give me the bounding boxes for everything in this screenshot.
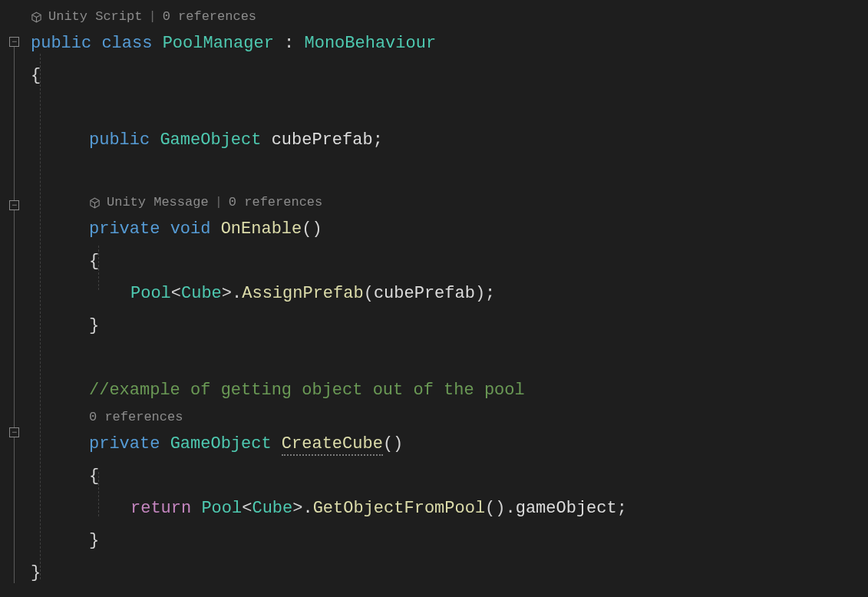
type-monobehaviour: MonoBehaviour [304,34,436,53]
type-gameobject: GameObject [170,434,272,454]
keyword-private: private [89,434,160,454]
brace-open: { [31,66,41,85]
type-pool: Pool [130,284,171,303]
gutter: − − − [0,0,31,597]
code-line[interactable]: { [31,60,868,92]
code-line[interactable]: return Pool<Cube>.GetObjectFromPool().ga… [31,493,868,525]
codelens-separator: | [215,192,223,213]
fold-toggle-onenable[interactable]: − [9,200,19,210]
type-pool: Pool [201,499,242,518]
type-poolmanager: PoolManager [163,34,274,53]
outline-class [14,47,15,583]
codelens-class[interactable]: Unity Script | 0 references [31,6,868,28]
brace-close: } [31,563,41,582]
codelens-createcube[interactable]: 0 references [31,407,868,428]
code-line-blank[interactable] [31,342,868,374]
method-assignprefab: AssignPrefab [242,284,363,303]
code-line-blank[interactable] [31,92,868,124]
keyword-return: return [130,499,191,518]
unity-icon [89,196,101,209]
brace-close: } [89,316,99,335]
code-line[interactable]: } [31,525,868,557]
codelens-onenable-label: Unity Message [107,192,209,213]
code-line[interactable]: public class PoolManager : MonoBehaviour [31,28,868,60]
code-line[interactable]: } [31,310,868,342]
codelens-separator: | [148,6,156,28]
brace-close: } [89,531,99,550]
fold-toggle-createcube[interactable]: − [9,427,19,437]
code-line[interactable]: public GameObject cubePrefab; [31,124,868,157]
type-gameobject: GameObject [160,130,261,150]
codelens-createcube-refs: 0 references [89,407,183,428]
codelens-onenable-refs: 0 references [229,192,322,213]
keyword-private: private [89,219,160,239]
codelens-class-refs: 0 references [163,6,256,28]
type-cube: Cube [252,499,292,518]
code-area[interactable]: Unity Script | 0 references public class… [31,0,868,597]
property-gameobject: gameObject [516,499,617,518]
keyword-public: public [31,34,91,53]
method-createcube: CreateCube [282,434,383,456]
code-line[interactable]: Pool<Cube>.AssignPrefab(cubePrefab); [31,278,868,310]
fold-toggle-class[interactable]: − [9,37,19,47]
code-editor: − − − Unity Script | 0 references public… [0,0,868,597]
unity-icon [31,11,42,24]
code-line[interactable]: { [31,460,868,493]
codelens-class-label: Unity Script [48,6,142,28]
comment: //example of getting object out of the p… [89,381,525,400]
code-line[interactable]: private GameObject CreateCube() [31,428,868,460]
method-onenable: OnEnable [221,219,302,239]
code-line[interactable]: //example of getting object out of the p… [31,374,868,407]
keyword-void: void [170,219,211,239]
code-line[interactable]: } [31,557,868,589]
code-line[interactable]: { [31,246,868,278]
brace-open: { [89,467,99,486]
type-cube: Cube [181,284,222,303]
keyword-public: public [89,130,150,150]
brace-open: { [89,252,99,271]
field-cubeprefab: cubePrefab [272,130,373,150]
code-line[interactable]: private void OnEnable() [31,213,868,246]
codelens-onenable[interactable]: Unity Message | 0 references [31,192,868,213]
keyword-class: class [101,34,152,53]
method-getobjectfrompool: GetObjectFromPool [313,499,485,518]
arg-cubeprefab: cubePrefab [374,284,475,303]
code-line-blank[interactable] [31,157,868,189]
